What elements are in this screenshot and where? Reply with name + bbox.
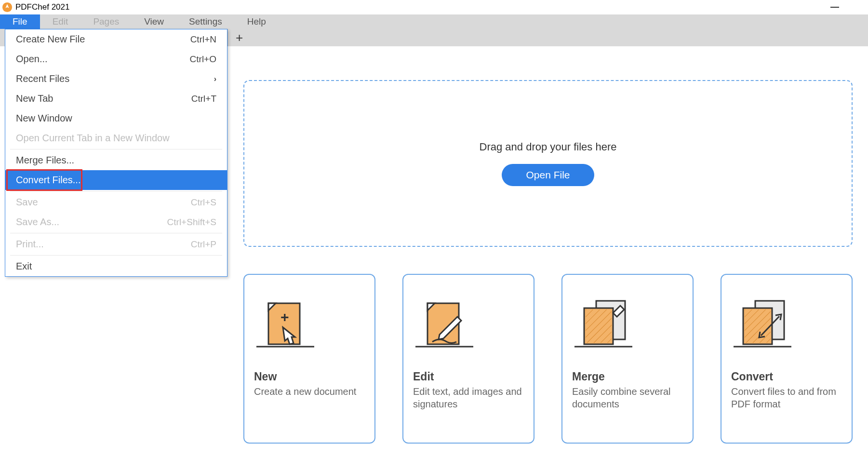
convert-documents-icon — [731, 286, 842, 349]
dd-separator — [10, 191, 222, 191]
dd-label: New Tab — [16, 93, 53, 104]
dd-label: Merge Files... — [16, 155, 74, 166]
new-document-icon: + — [254, 286, 365, 349]
dd-label: Save As... — [16, 216, 59, 228]
dd-open[interactable]: Open... Ctrl+O — [5, 49, 227, 69]
card-desc: Edit text, add images and signatures — [413, 385, 524, 410]
dd-shortcut: Ctrl+N — [190, 34, 216, 45]
dd-save-as: Save As... Ctrl+Shift+S — [5, 212, 227, 232]
dropzone-text: Drag and drop your files here — [480, 141, 617, 153]
edit-document-icon — [413, 286, 524, 349]
dd-separator — [10, 233, 222, 233]
dd-shortcut: Ctrl+P — [191, 239, 216, 250]
dd-label: Create New File — [16, 34, 85, 45]
cards-row: + New Create a new document Edit Edit te… — [243, 274, 853, 444]
dd-shortcut: Ctrl+O — [190, 54, 216, 65]
dd-recent-files[interactable]: Recent Files › — [5, 69, 227, 89]
dd-separator — [10, 149, 222, 149]
menu-help[interactable]: Help — [235, 14, 279, 29]
card-convert[interactable]: Convert Convert files to and from PDF fo… — [721, 274, 853, 444]
dd-shortcut: Ctrl+T — [191, 94, 216, 104]
file-dropdown: Create New File Ctrl+N Open... Ctrl+O Re… — [5, 29, 227, 277]
dd-label: Save — [16, 197, 38, 208]
main-content: Drag and drop your files here Open File … — [229, 46, 867, 472]
dd-new-window[interactable]: New Window — [5, 108, 227, 128]
plus-icon: + — [236, 30, 243, 45]
dd-exit[interactable]: Exit — [5, 256, 227, 276]
card-desc: Easily combine several documents — [572, 385, 683, 410]
minimize-button[interactable] — [830, 7, 839, 8]
dd-shortcut: Ctrl+S — [191, 197, 216, 208]
dd-label: Recent Files — [16, 73, 69, 84]
dd-label: Print... — [16, 239, 44, 250]
menu-settings[interactable]: Settings — [176, 14, 235, 29]
new-tab-button[interactable]: + — [227, 29, 251, 46]
dd-label: Open Current Tab in a New Window — [16, 133, 170, 144]
dd-convert-files[interactable]: Convert Files... — [5, 170, 227, 190]
app-icon — [2, 2, 13, 13]
dd-open-current-tab-new-window: Open Current Tab in a New Window — [5, 128, 227, 148]
dd-save: Save Ctrl+S — [5, 192, 227, 212]
menubar: File Edit Pages View Settings Help — [0, 14, 868, 29]
card-title: Edit — [413, 370, 524, 383]
card-title: Convert — [731, 370, 842, 383]
dd-new-tab[interactable]: New Tab Ctrl+T — [5, 89, 227, 108]
card-desc: Convert files to and from PDF format — [731, 385, 842, 410]
dd-label: Open... — [16, 54, 48, 65]
card-merge[interactable]: Merge Easily combine several documents — [561, 274, 694, 444]
menu-file[interactable]: File — [0, 14, 40, 29]
dd-print: Print... Ctrl+P — [5, 234, 227, 254]
dd-label: New Window — [16, 113, 72, 124]
dropzone[interactable]: Drag and drop your files here Open File — [243, 80, 853, 247]
card-edit[interactable]: Edit Edit text, add images and signature… — [402, 274, 534, 444]
svg-rect-8 — [745, 310, 771, 343]
svg-rect-6 — [586, 310, 612, 343]
dd-label: Convert Files... — [16, 175, 80, 186]
merge-documents-icon — [572, 286, 683, 349]
menu-edit[interactable]: Edit — [40, 14, 81, 29]
dd-separator — [10, 255, 222, 256]
dd-label: Exit — [16, 261, 32, 272]
menu-view[interactable]: View — [132, 14, 176, 29]
card-title: Merge — [572, 370, 683, 383]
open-file-button[interactable]: Open File — [502, 164, 594, 186]
card-new[interactable]: + New Create a new document — [243, 274, 375, 444]
card-desc: Create a new document — [254, 385, 365, 398]
chevron-right-icon: › — [214, 75, 216, 83]
dd-shortcut: Ctrl+Shift+S — [167, 217, 216, 228]
card-title: New — [254, 370, 365, 383]
dd-merge-files[interactable]: Merge Files... — [5, 150, 227, 170]
menu-pages[interactable]: Pages — [80, 14, 132, 29]
svg-text:+: + — [280, 309, 289, 325]
app-title: PDFChef 2021 — [15, 2, 69, 12]
titlebar: PDFChef 2021 — [0, 0, 868, 14]
dd-create-new-file[interactable]: Create New File Ctrl+N — [5, 29, 227, 49]
